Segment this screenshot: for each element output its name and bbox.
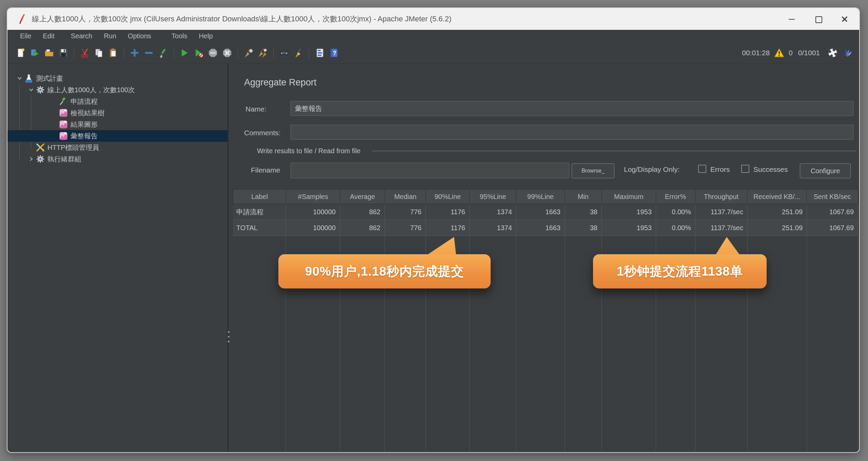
menu-run[interactable]: Run [98,32,122,40]
table-cell: 862 [340,220,385,236]
close-icon[interactable] [840,15,849,23]
table-cell: 0.00% [656,204,695,220]
table-row[interactable]: TOTAL1000008627761176137416633819530.00%… [233,220,858,236]
menu-search[interactable]: Search [65,32,98,40]
annotation-callout-1: 1秒钟提交流程1138单 [593,254,767,288]
remote-start-globe-icon[interactable] [827,47,838,58]
chevron-down-icon[interactable] [16,74,24,82]
comments-input[interactable] [291,125,853,140]
column-header[interactable]: 99%Line [516,189,565,204]
successes-checkbox[interactable] [741,165,749,173]
errors-label: Errors [710,165,730,174]
tree-chevron-placeholder [50,132,58,140]
column-header[interactable]: Maximum [602,189,656,204]
start-icon[interactable] [179,47,190,58]
chevron-right-icon[interactable] [27,155,35,163]
table-cell: 776 [385,220,426,236]
tree-node-label: 線上人數1000人，次數100次 [47,85,135,95]
column-header[interactable]: Average [340,189,385,204]
cut-icon[interactable] [79,47,90,58]
remove-icon[interactable] [143,47,154,58]
setup-gear-icon [36,155,45,163]
tree-node-label: 檢視結果樹 [71,108,104,118]
tree-node-0[interactable]: 測式計畫 [7,73,228,84]
chevron-down-icon[interactable] [27,86,35,94]
table-cell: 1067.69 [807,204,858,220]
column-header[interactable]: Sent KB/sec [807,189,858,204]
add-icon[interactable] [129,47,140,58]
table-cell: 100000 [286,204,340,220]
column-header[interactable]: Min [565,189,602,204]
table-cell: 1663 [516,204,565,220]
filename-input[interactable] [291,163,569,178]
configure-button[interactable]: Configure [800,163,851,178]
tree-node-6[interactable]: HTTP標頭管理員 [7,142,228,153]
save-icon[interactable] [58,47,69,58]
tree-node-label: 彙整報告 [71,132,98,141]
start-no-timers-icon[interactable] [193,47,204,58]
test-plan-tree: 測式計畫線上人數1000人，次數100次申請流程檢視結果樹結果圖形彙整報告HTT… [7,64,229,452]
menu-tools[interactable]: Tools [166,32,193,40]
menu-edit[interactable]: Edit [37,32,60,40]
menu-help[interactable]: Help [193,32,219,40]
menu-options[interactable]: Options [122,32,157,40]
new-file-icon[interactable] [15,47,26,58]
function-helper-icon[interactable] [314,47,325,58]
table-cell: 申請流程 [233,204,286,220]
tree-node-7[interactable]: 執行緒群組 [7,153,228,165]
tree-node-label: 申請流程 [71,97,98,106]
column-header[interactable]: Throughput [695,189,748,204]
tree-node-label: HTTP標頭管理員 [47,143,99,152]
toolbar-separator [309,47,309,59]
tree-chevron-placeholder [50,97,58,105]
maximize-icon[interactable] [814,15,823,23]
group-divider [372,151,856,151]
errors-checkbox[interactable] [698,165,706,173]
toggle-icon[interactable] [158,47,169,58]
tree-node-5[interactable]: 彙整報告 [7,130,228,142]
column-header[interactable]: 95%Line [470,189,516,204]
column-header[interactable]: Error% [656,189,695,204]
clear-icon[interactable] [243,47,254,58]
column-header[interactable]: Label [233,189,286,204]
browse-button[interactable]: Browrse_ [572,163,614,178]
paste-icon[interactable] [108,47,119,58]
search-reset-icon[interactable] [293,47,304,58]
name-input[interactable] [291,101,853,116]
table-row[interactable]: 申請流程1000008627761176137416633819530.00%1… [233,204,858,220]
tree-node-4[interactable]: 結果圖形 [7,119,228,130]
warning-icon[interactable] [774,47,785,58]
column-header[interactable]: Median [385,189,426,204]
tree-chevron-placeholder [50,109,58,117]
table-cell: 1176 [426,204,470,220]
header-manager-icon [36,143,45,152]
shutdown-icon[interactable] [222,47,233,58]
open-icon[interactable] [44,47,55,58]
annotation-text: 90%用户,1.18秒内完成提交 [305,263,464,280]
listener-icon [59,108,68,117]
tree-node-3[interactable]: 檢視結果樹 [7,107,228,119]
help-icon[interactable]: ? [329,47,339,58]
copy-icon[interactable] [94,47,104,58]
column-header[interactable]: 90%Line [426,189,470,204]
search-icon[interactable] [279,47,290,58]
stop-icon[interactable] [208,47,218,58]
menu-eile[interactable]: Eile [14,32,37,40]
minimize-icon[interactable] [787,15,796,23]
table-cell: 1137.7/sec [695,204,748,220]
table-cell: 1953 [602,220,656,236]
name-label: Name: [245,105,267,113]
table-cell: 1663 [516,220,565,236]
split-pane-handle[interactable] [227,331,230,342]
templates-icon[interactable] [29,47,40,58]
tree-node-2[interactable]: 申請流程 [7,96,228,107]
clear-all-icon[interactable] [257,47,268,58]
table-header-row: Label#SamplesAverageMedian90%Line95%Line… [233,189,858,204]
column-header[interactable]: #Samples [286,189,340,204]
elapsed-time: 00:01:28 [742,49,770,57]
tree-node-1[interactable]: 線上人數1000人，次數100次 [7,84,228,96]
filename-label: Filename [251,166,280,174]
jmeter-window: 線上人數1000人，次數100次 jmx (CilUsers Administr… [7,7,860,453]
table-cell: 776 [385,204,426,220]
column-header[interactable]: Received KB/... [747,189,807,204]
